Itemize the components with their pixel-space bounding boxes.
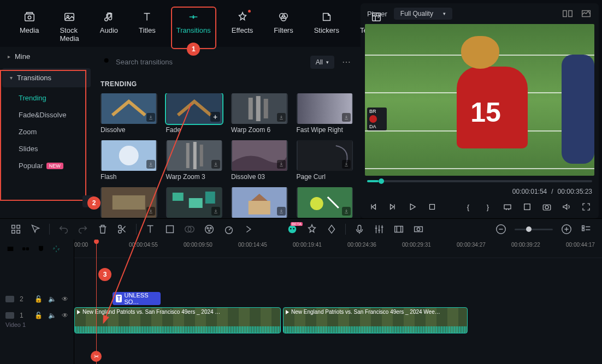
sidebar-transitions[interactable]: Transitions (2, 68, 91, 87)
mark-in-button[interactable]: { (462, 201, 474, 213)
scope-button[interactable] (580, 8, 592, 20)
zoom-out-button[interactable] (495, 223, 507, 235)
redo-button[interactable] (77, 223, 89, 235)
track-header-2[interactable]: 2 🔓 🔈 👁 (0, 291, 74, 307)
download-icon[interactable] (342, 160, 351, 169)
stop-button[interactable] (426, 201, 438, 213)
download-icon[interactable] (342, 207, 351, 216)
marker-button[interactable] (393, 223, 405, 235)
mask-tool[interactable] (184, 223, 196, 235)
visibility-icon[interactable]: 👁 (62, 295, 68, 303)
transition-card[interactable]: Cinematic Digit… (101, 187, 157, 218)
sidebar-item-popular[interactable]: PopularNEW (0, 157, 93, 174)
mute-icon[interactable]: 🔈 (48, 312, 56, 319)
speed-tool[interactable] (223, 223, 235, 235)
sidebar-item-zoom[interactable]: Zoom (0, 123, 93, 140)
download-icon[interactable] (277, 113, 286, 122)
link-tracks-button[interactable] (21, 244, 31, 254)
search-input[interactable]: Search transitions (101, 53, 305, 70)
mute-icon[interactable]: 🔈 (48, 295, 56, 303)
tab-audio[interactable]: Audio (97, 9, 121, 47)
add-track-button[interactable] (5, 244, 15, 254)
fullscreen-button[interactable] (580, 201, 592, 213)
scissors-icon[interactable]: ✂ (91, 351, 102, 362)
tab-effects[interactable]: Effects (228, 9, 257, 47)
tab-stickers[interactable]: Stickers (311, 9, 343, 47)
volume-button[interactable] (560, 201, 573, 213)
sidebar-item-slides[interactable]: Slides (0, 140, 93, 157)
visibility-icon[interactable]: 👁 (62, 312, 68, 319)
transition-card[interactable]: Photo Freeze (297, 187, 353, 218)
play-button[interactable] (406, 201, 418, 213)
ai-tool[interactable]: BETA (286, 223, 298, 235)
zoom-in-button[interactable] (560, 223, 573, 235)
tab-filters[interactable]: Filters (270, 9, 296, 47)
transition-card[interactable]: Glitch Blocks (166, 187, 223, 218)
transition-card[interactable]: Fast Wipe Right (297, 93, 353, 134)
playhead[interactable]: ✂ (96, 240, 97, 364)
add-icon[interactable]: + (210, 112, 220, 122)
tab-stock-media[interactable]: Stock Media (56, 9, 82, 47)
text-clip[interactable]: T UNLESS SO… (113, 292, 161, 305)
download-icon[interactable] (277, 207, 286, 216)
playback-progress[interactable] (367, 180, 592, 182)
select-tool[interactable] (29, 223, 42, 235)
text-tool[interactable] (144, 223, 156, 235)
transition-card[interactable]: Page Curl (297, 140, 353, 181)
preview-viewport[interactable]: 15 BR DA (365, 24, 594, 176)
quality-dropdown[interactable]: Full Quality ▾ (394, 8, 452, 20)
record-button[interactable] (412, 223, 424, 235)
lock-icon[interactable]: 🔓 (34, 312, 43, 319)
download-icon[interactable] (342, 113, 351, 122)
filter-dropdown[interactable]: All ▾ (310, 56, 334, 69)
color-tool[interactable] (203, 223, 215, 235)
mark-out-button[interactable]: } (482, 201, 494, 213)
transition-card[interactable]: Dissolve (101, 93, 157, 134)
voiceover-button[interactable] (353, 223, 365, 235)
transition-card[interactable]: Dissolve 03 (231, 140, 288, 181)
download-icon[interactable] (277, 160, 286, 169)
sidebar-item-trending[interactable]: Trending (0, 89, 93, 106)
enhance-tool[interactable] (306, 223, 318, 235)
compare-view-button[interactable] (562, 8, 574, 20)
download-icon[interactable] (211, 207, 220, 216)
more-button[interactable]: ⋯ (340, 57, 353, 67)
video-clip-1[interactable]: New England Patriots vs. San Francisco 4… (74, 307, 281, 333)
zoom-slider[interactable] (515, 229, 553, 230)
download-icon[interactable] (146, 207, 155, 216)
download-icon[interactable] (146, 113, 155, 122)
crop-button[interactable] (521, 201, 533, 213)
sidebar-mine[interactable]: Mine (0, 47, 93, 66)
snapshot-button[interactable] (541, 201, 553, 213)
track-header-1[interactable]: 1 🔓 🔈 👁 Video 1 (0, 307, 74, 340)
layout-tool[interactable] (10, 223, 22, 235)
transition-card[interactable]: Flash (101, 140, 157, 181)
transition-card[interactable]: + Fade (166, 93, 223, 134)
next-frame-button[interactable] (387, 201, 399, 213)
view-mode-button[interactable] (580, 223, 592, 235)
sidebar-item-fade-dissolve[interactable]: Fade&Dissolve (0, 106, 93, 123)
keyframe-tool[interactable] (326, 223, 338, 235)
tab-titles[interactable]: Titles (135, 9, 159, 47)
lock-icon[interactable]: 🔓 (34, 295, 43, 303)
transition-card[interactable]: Warp Zoom 6 (231, 93, 288, 134)
track-1-lane[interactable]: New England Patriots vs. San Francisco 4… (74, 307, 602, 337)
auto-ripple-button[interactable] (51, 244, 61, 254)
crop-tool[interactable] (164, 223, 176, 235)
track-2-lane[interactable]: T UNLESS SO… (74, 291, 602, 307)
undo-button[interactable] (57, 223, 69, 235)
more-tools[interactable] (243, 223, 255, 235)
tab-transitions[interactable]: Transitions 1 (173, 9, 214, 47)
magnet-button[interactable] (36, 244, 46, 254)
split-button[interactable] (116, 223, 128, 235)
transition-card[interactable]: Warp Zoom 3 (166, 140, 223, 181)
tab-media[interactable]: Media (16, 9, 42, 47)
transition-card[interactable]: Push Right (231, 187, 288, 218)
video-clip-2[interactable]: New England Patriots vs. San Francisco 4… (283, 307, 468, 333)
timeline-ruler[interactable]: 00:00 00:00:04:55 00:00:09:50 00:00:14:4… (74, 240, 602, 258)
mixer-button[interactable] (373, 223, 385, 235)
prev-frame-button[interactable] (367, 201, 379, 213)
download-icon[interactable] (146, 160, 155, 169)
aspect-button[interactable] (501, 201, 514, 213)
download-icon[interactable] (211, 160, 220, 169)
